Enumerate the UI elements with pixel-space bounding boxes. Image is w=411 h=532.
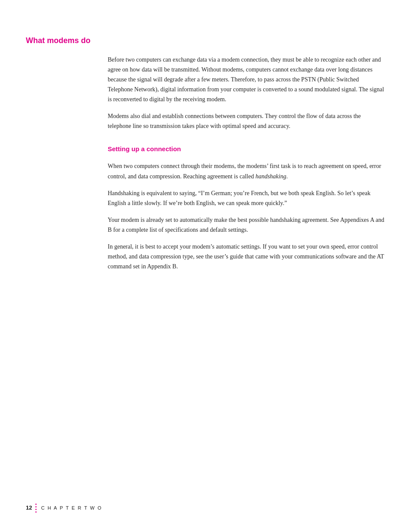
footer-dots-icon bbox=[35, 504, 37, 513]
main-heading: What modems do bbox=[26, 34, 385, 47]
setting-up-section: Setting up a connection When two compute… bbox=[108, 144, 385, 271]
paragraph-6: In general, it is best to accept your mo… bbox=[108, 242, 385, 271]
dot-1 bbox=[35, 504, 37, 505]
paragraph-3-italic: handshaking bbox=[255, 173, 286, 180]
dot-4 bbox=[35, 511, 37, 513]
paragraph-4: Handshaking is equivalent to saying, “I’… bbox=[108, 188, 385, 208]
dot-3 bbox=[35, 509, 37, 510]
content-area: Before two computers can exchange data v… bbox=[108, 55, 385, 272]
paragraph-3-after: . bbox=[286, 173, 288, 180]
sub-heading: Setting up a connection bbox=[108, 144, 385, 154]
paragraph-1: Before two computers can exchange data v… bbox=[108, 55, 385, 104]
paragraph-3: When two computers connect through their… bbox=[108, 161, 385, 181]
chapter-label: C h a p t e r T w o bbox=[41, 504, 102, 512]
paragraph-3-before: When two computers connect through their… bbox=[108, 163, 381, 179]
dot-2 bbox=[35, 506, 37, 507]
paragraph-2: Modems also dial and establish connectio… bbox=[108, 111, 385, 131]
paragraph-5: Your modem is already set to automatical… bbox=[108, 215, 385, 235]
footer-inner: C h a p t e r T w o bbox=[35, 504, 102, 513]
footer: 12 C h a p t e r T w o bbox=[26, 504, 102, 513]
what-modems-section: What modems do Before two computers can … bbox=[26, 34, 385, 271]
page-number: 12 bbox=[26, 504, 32, 513]
page: What modems do Before two computers can … bbox=[0, 0, 411, 532]
